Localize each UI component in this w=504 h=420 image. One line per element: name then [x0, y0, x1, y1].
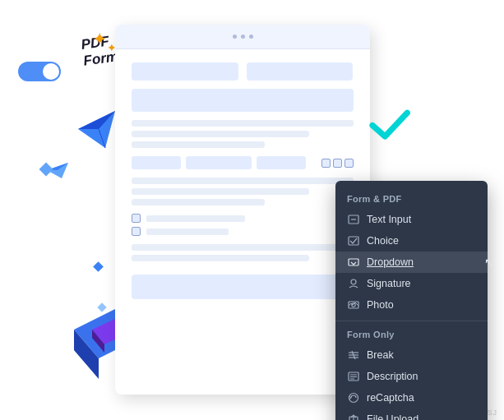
photo-icon [347, 298, 360, 312]
form-small-row-1 [132, 156, 354, 169]
section-form-pdf-label: Form & PDF [335, 191, 488, 209]
checkbox-row-2 [132, 227, 141, 236]
toggle-decoration [16, 58, 66, 90]
header-dot-3 [249, 35, 253, 39]
doc-body [115, 49, 370, 312]
recaptcha-label: reCaptcha [367, 392, 414, 404]
diamond-decoration-2 [93, 261, 104, 272]
small-box-3 [257, 156, 306, 169]
signature-label: Signature [367, 278, 411, 289]
cursor-icon: ↖ [484, 256, 494, 269]
checkbox-rows [132, 214, 354, 236]
doc-line-5 [132, 188, 309, 195]
doc-line-7 [132, 244, 354, 251]
form-field-first [132, 62, 238, 81]
doc-lines-3 [132, 244, 354, 261]
doc-line-8 [132, 255, 309, 261]
svg-point-18 [351, 279, 356, 284]
header-dot-1 [233, 35, 237, 39]
mini-checkbox-1 [321, 159, 331, 168]
text-input-icon [347, 213, 360, 226]
svg-rect-16 [349, 237, 358, 245]
menu-item-signature[interactable]: Signature [335, 273, 488, 294]
description-icon [347, 370, 360, 383]
checkmark-badge [368, 107, 414, 144]
break-icon [347, 348, 360, 362]
break-label: Break [367, 349, 394, 361]
menu-item-recaptcha[interactable]: reCaptcha [335, 387, 488, 408]
choice-label: Choice [367, 235, 399, 247]
dropdown-label: Dropdown [367, 256, 414, 268]
form-field-long [132, 89, 354, 112]
checkbox-label-2 [146, 228, 229, 235]
doc-line-2 [132, 131, 309, 137]
form-row-1 [132, 62, 354, 81]
menu-item-description[interactable]: Description [335, 366, 488, 387]
menu-item-file-upload[interactable]: File Upload [335, 408, 488, 420]
doc-line-3 [132, 141, 265, 148]
menu-item-text-input[interactable]: Text Input [335, 209, 488, 230]
doc-lines-2 [132, 178, 354, 205]
section-form-only-label: Form Only [335, 326, 488, 344]
doc-lines-1 [132, 120, 354, 148]
menu-item-choice[interactable]: Choice [335, 230, 488, 252]
signature-icon [347, 277, 360, 290]
dropdown-icon [347, 256, 360, 269]
svg-point-1 [43, 63, 59, 80]
mini-checkbox-3 [344, 159, 354, 168]
sparkle-decoration: ✦ [92, 29, 107, 50]
choice-icon [347, 234, 360, 247]
small-box-2 [186, 156, 252, 169]
doc-line-6 [132, 199, 265, 205]
photo-label: Photo [367, 299, 394, 311]
header-dot-2 [241, 35, 245, 39]
text-input-label: Text Input [367, 214, 411, 225]
mini-checkbox-2 [333, 159, 342, 168]
form-field-bottom [132, 275, 354, 299]
small-box-1 [132, 156, 181, 169]
menu-item-photo[interactable]: Photo [335, 294, 488, 316]
form-document [115, 25, 370, 395]
paper-plane-blue [74, 107, 119, 155]
recaptcha-icon [347, 391, 360, 404]
description-label: Description [367, 371, 418, 382]
doc-header [115, 25, 370, 49]
form-field-second [247, 62, 354, 81]
menu-divider [335, 321, 488, 321]
menu-item-dropdown[interactable]: Dropdown ↖ [335, 252, 488, 273]
checkbox-label-1 [146, 215, 245, 222]
doc-line-4 [132, 178, 354, 184]
context-menu: Form & PDF Text Input Choice Dropdown [335, 181, 488, 420]
checkbox-row-1 [132, 214, 141, 223]
file-upload-label: File Upload [367, 413, 418, 420]
file-upload-icon [347, 413, 360, 420]
menu-item-break[interactable]: Break [335, 344, 488, 366]
doc-line-1 [132, 120, 354, 127]
svg-point-29 [349, 394, 358, 403]
